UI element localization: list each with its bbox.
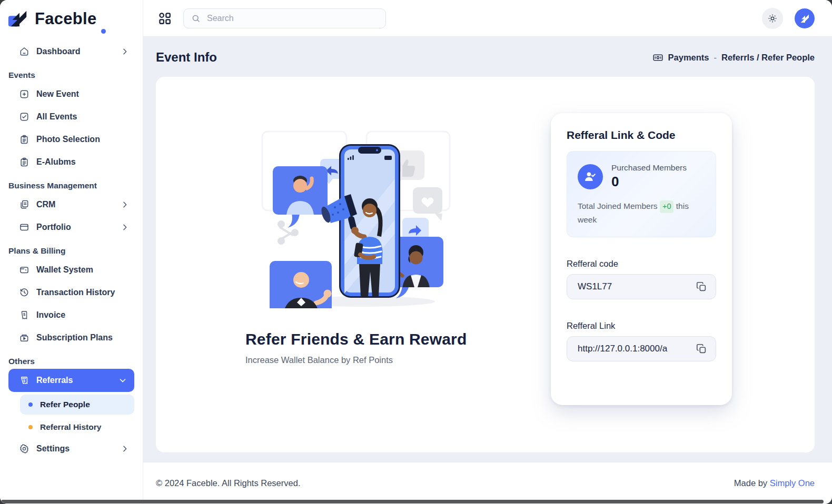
purchased-members-label: Purchased Members (611, 163, 687, 173)
sidebar-item-label: CRM (36, 200, 55, 209)
content-header: Event Info Payments - Referrls / Refer P… (156, 44, 815, 70)
sidebar-item-dashboard[interactable]: Dashboard (8, 40, 134, 63)
search-icon (191, 14, 201, 23)
promo-subtitle: Increase Wallet Balance by Ref Points (245, 355, 467, 365)
sidebar-nav: Dashboard Events New Event All Events Ph… (0, 37, 143, 504)
joined-members-text: Total Joined Members +0 this week (578, 199, 705, 226)
sidebar-item-label: Subscription Plans (36, 333, 113, 342)
content-area: Event Info Payments - Referrls / Refer P… (143, 37, 832, 462)
sidebar-item-referrals[interactable]: $ Referrals (8, 369, 134, 392)
sidebar-subitem-referral-history[interactable]: Referral History (20, 417, 134, 437)
home-icon (19, 46, 29, 57)
avatar-logo-icon (799, 13, 810, 24)
subscription-icon (19, 332, 29, 343)
sidebar-item-label: Referral History (40, 422, 101, 432)
referral-code-field (567, 274, 716, 299)
breadcrumb-trail: Referrls / Refer People (721, 53, 815, 63)
brand-logo[interactable]: Faceble (0, 0, 143, 37)
documents-icon (19, 199, 29, 210)
promo-title: Refer Friends & Earn Reward (245, 330, 467, 348)
footer: © 2024 Faceble. All Rights Reserved. Mad… (143, 462, 832, 504)
svg-text:$: $ (23, 312, 26, 317)
chevron-right-icon (121, 200, 129, 209)
theme-toggle-button[interactable] (762, 8, 783, 29)
chevron-right-icon (121, 445, 129, 453)
sidebar-item-photo-selection[interactable]: Photo Selection (8, 128, 134, 150)
referral-illustration (261, 129, 451, 308)
main-column: Event Info Payments - Referrls / Refer P… (143, 0, 832, 504)
breadcrumb-root[interactable]: Payments (668, 53, 709, 63)
sidebar-item-label: New Event (36, 89, 79, 99)
sidebar-item-new-event[interactable]: New Event (8, 83, 134, 105)
copy-link-button[interactable] (695, 342, 708, 356)
sidebar-item-transaction-history[interactable]: Transaction History (8, 281, 134, 304)
user-avatar[interactable] (795, 8, 815, 28)
sidebar-item-label: Portfolio (36, 223, 71, 232)
made-by-link[interactable]: Simply One (770, 478, 815, 488)
sidebar-section-others: Others (8, 357, 134, 366)
sidebar: Faceble Dashboard Events New Event All E… (0, 0, 143, 504)
breadcrumb: Payments - Referrls / Refer People (652, 52, 815, 63)
sidebar-item-e-alubms[interactable]: E-Alubms (8, 150, 134, 173)
sidebar-item-portfolio[interactable]: Portfolio (8, 216, 134, 238)
app-window: Faceble Dashboard Events New Event All E… (0, 0, 832, 504)
referral-code-input[interactable] (577, 281, 695, 293)
horizontal-scrollbar[interactable] (1, 500, 824, 503)
sidebar-subitem-refer-people[interactable]: Refer People (20, 395, 134, 415)
banknote-icon (652, 52, 663, 63)
sidebar-item-label: Wallet System (36, 265, 93, 275)
referral-link-field (567, 336, 716, 361)
wallet-icon (19, 265, 29, 275)
sidebar-item-label: E-Alubms (36, 157, 76, 167)
portfolio-icon (19, 222, 29, 233)
sidebar-item-subscription-plans[interactable]: Subscription Plans (8, 326, 134, 349)
sidebar-item-settings[interactable]: Settings (8, 437, 134, 460)
purchased-members-card: Purchased Members 0 Total Joined Members… (567, 151, 716, 237)
bullet-dot-icon (28, 402, 33, 407)
search-input[interactable] (206, 13, 378, 24)
search-box[interactable] (183, 8, 386, 28)
sun-icon (767, 13, 778, 24)
promo-block: Refer Friends & Earn Reward Increase Wal… (245, 129, 467, 365)
purchased-members-count: 0 (611, 174, 687, 190)
sidebar-item-label: Invoice (36, 310, 65, 320)
referral-link-input[interactable] (577, 343, 695, 355)
sidebar-item-crm[interactable]: CRM (8, 193, 134, 216)
gear-icon (19, 443, 29, 454)
chevron-down-icon (118, 376, 127, 385)
sidebar-item-label: Transaction History (36, 288, 115, 297)
clipboard-icon (19, 134, 29, 145)
joined-badge: +0 (660, 200, 674, 213)
svg-text:$: $ (23, 379, 25, 383)
user-check-icon (578, 164, 603, 189)
referral-panel: Refferal Link & Code Purchased Members 0 (551, 113, 732, 405)
task-check-icon (19, 112, 29, 122)
referral-panel-title: Refferal Link & Code (567, 129, 716, 142)
sidebar-item-label: Dashboard (36, 47, 81, 56)
made-by-text: Made by Simply One (734, 478, 815, 488)
sidebar-item-invoice[interactable]: $ Invoice (8, 304, 134, 326)
sidebar-item-label: Referrals (36, 376, 73, 385)
breadcrumb-separator: - (714, 53, 717, 63)
apps-grid-icon[interactable] (158, 12, 172, 25)
joined-prefix: Total Joined Members (578, 201, 658, 210)
brand-name: Faceble (35, 11, 97, 27)
page-title: Event Info (156, 50, 217, 65)
brand-dot (101, 29, 106, 34)
chevron-right-icon (121, 223, 129, 231)
invoice-icon: $ (19, 310, 29, 320)
sidebar-item-wallet-system[interactable]: Wallet System (8, 258, 134, 281)
bullet-dot-icon (28, 425, 33, 429)
sidebar-section-plans: Plans & Billing (8, 246, 134, 256)
referral-link-label: Refferal Link (567, 321, 716, 331)
plus-square-icon (19, 89, 29, 99)
sidebar-item-all-events[interactable]: All Events (8, 105, 134, 128)
history-icon (19, 287, 29, 298)
sidebar-item-label: Refer People (40, 400, 90, 409)
sidebar-item-label: All Events (36, 112, 77, 122)
copy-code-button[interactable] (695, 280, 708, 294)
sidebar-item-label: Photo Selection (36, 135, 100, 144)
referral-code-label: Refferal code (567, 259, 716, 269)
brand-logo-icon (7, 7, 29, 29)
sidebar-section-business: Business Management (8, 181, 134, 190)
